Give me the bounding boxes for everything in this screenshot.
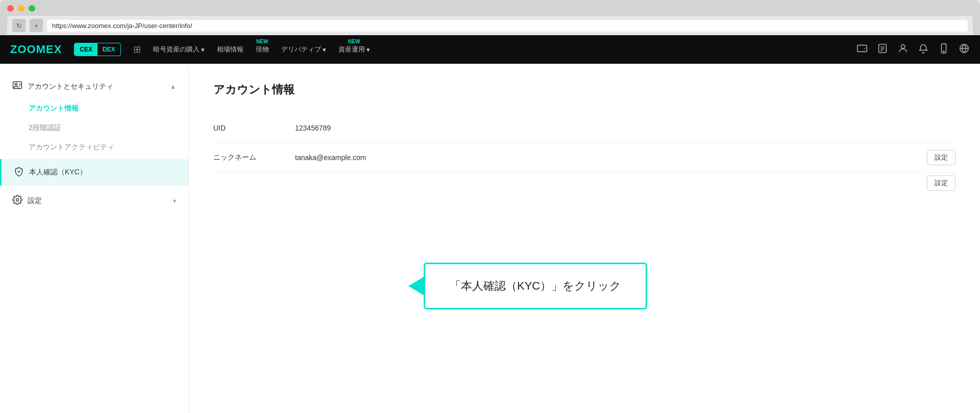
user-icon[interactable]	[897, 43, 909, 57]
traffic-lights	[7, 5, 973, 12]
nav-item-assets[interactable]: NEW 資産運用 ▾	[338, 45, 370, 54]
page-wrapper: ZOOMEX CEX DEX ⊞ 暗号資産の購入 ▾ 相場情報 NEW 現物 デ…	[0, 35, 980, 413]
nickname-action: 設定	[927, 150, 955, 165]
callout-wrapper: 「本人確認（KYC）」をクリック	[424, 263, 647, 309]
nav-item-market[interactable]: 相場情報	[217, 45, 243, 54]
callout-box: 「本人確認（KYC）」をクリック	[424, 263, 647, 309]
logo[interactable]: ZOOMEX	[10, 43, 62, 56]
nickname-label: ニックネーム	[213, 153, 295, 162]
close-traffic-light[interactable]	[7, 5, 14, 12]
nickname-row: ニックネーム tanaka@example.com 設定	[213, 143, 955, 173]
svg-point-5	[901, 44, 904, 48]
callout-text: 「本人確認（KYC）」をクリック	[450, 279, 621, 292]
browser-toolbar: ↻ +	[7, 16, 973, 35]
callout-arrow	[408, 277, 424, 295]
content-area: アカウント情報 UID 123456789 ニックネーム tanaka@exam…	[189, 64, 980, 413]
main-layout: アカウントとセキュリティ ▲ アカウント情報 2段階認証 アカウントアクティビテ…	[0, 64, 980, 413]
maximize-traffic-light[interactable]	[29, 5, 35, 12]
nav-item-spot[interactable]: NEW 現物	[256, 45, 269, 54]
settings-chevron-icon: ▾	[173, 197, 176, 204]
account-chevron-icon: ▲	[170, 83, 176, 90]
extra-row: 設定	[213, 173, 955, 193]
uid-label: UID	[213, 124, 295, 132]
dex-button[interactable]: DEX	[97, 43, 120, 56]
sidebar-account-label: アカウントとセキュリティ	[28, 82, 113, 91]
new-tab-button[interactable]: +	[30, 19, 43, 32]
shield-icon	[14, 166, 24, 178]
svg-point-7	[943, 50, 944, 51]
gear-icon	[12, 195, 22, 207]
uid-value: 123456789	[295, 124, 955, 132]
minimize-traffic-light[interactable]	[18, 5, 24, 12]
extra-set-button[interactable]: 設定	[927, 175, 955, 191]
orders-icon[interactable]	[877, 43, 888, 57]
sidebar-kyc-item[interactable]: 本人確認（KYC）	[0, 159, 188, 186]
cex-button[interactable]: CEX	[75, 43, 97, 56]
sidebar-sub-activity[interactable]: アカウントアクティビティ	[0, 138, 188, 157]
svg-point-14	[16, 199, 19, 201]
top-nav: ZOOMEX CEX DEX ⊞ 暗号資産の購入 ▾ 相場情報 NEW 現物 デ…	[0, 35, 980, 64]
wallet-icon[interactable]	[856, 43, 868, 57]
sidebar-sub-account-info[interactable]: アカウント情報	[0, 99, 188, 118]
grid-icon[interactable]: ⊞	[133, 44, 141, 55]
nickname-value: tanaka@example.com	[295, 153, 955, 162]
logo-text: ZOOMEX	[10, 43, 62, 56]
phone-icon[interactable]	[938, 43, 949, 57]
sidebar-kyc-label: 本人確認（KYC）	[29, 168, 87, 177]
svg-rect-0	[857, 45, 867, 51]
url-bar[interactable]	[47, 20, 968, 32]
svg-point-11	[15, 83, 17, 85]
page-title: アカウント情報	[213, 82, 955, 97]
reload-button[interactable]: ↻	[12, 19, 26, 32]
new-badge-assets: NEW	[348, 39, 360, 44]
sidebar-account-header[interactable]: アカウントとセキュリティ ▲	[0, 74, 188, 99]
svg-rect-1	[879, 44, 887, 53]
exchange-toggle: CEX DEX	[74, 43, 120, 56]
sidebar: アカウントとセキュリティ ▲ アカウント情報 2段階認証 アカウントアクティビテ…	[0, 64, 189, 413]
globe-icon[interactable]	[959, 43, 970, 57]
nav-item-buy[interactable]: 暗号資産の購入 ▾	[153, 45, 205, 54]
sidebar-settings-label: 設定	[28, 196, 42, 205]
new-badge-spot: NEW	[256, 39, 268, 44]
nav-item-derivatives[interactable]: デリバティブ ▾	[281, 45, 326, 54]
nav-right-icons	[856, 43, 970, 57]
uid-row: UID 123456789	[213, 114, 955, 143]
sidebar-sub-2fa[interactable]: 2段階認証	[0, 118, 188, 138]
account-icon	[12, 80, 22, 93]
sidebar-settings-item[interactable]: 設定 ▾	[0, 188, 188, 214]
bell-icon[interactable]	[918, 43, 929, 57]
nickname-set-button[interactable]: 設定	[927, 150, 955, 165]
extra-action: 設定	[927, 175, 955, 191]
sidebar-section-account: アカウントとセキュリティ ▲ アカウント情報 2段階認証 アカウントアクティビテ…	[0, 74, 188, 157]
browser-chrome: ↻ +	[0, 0, 980, 35]
